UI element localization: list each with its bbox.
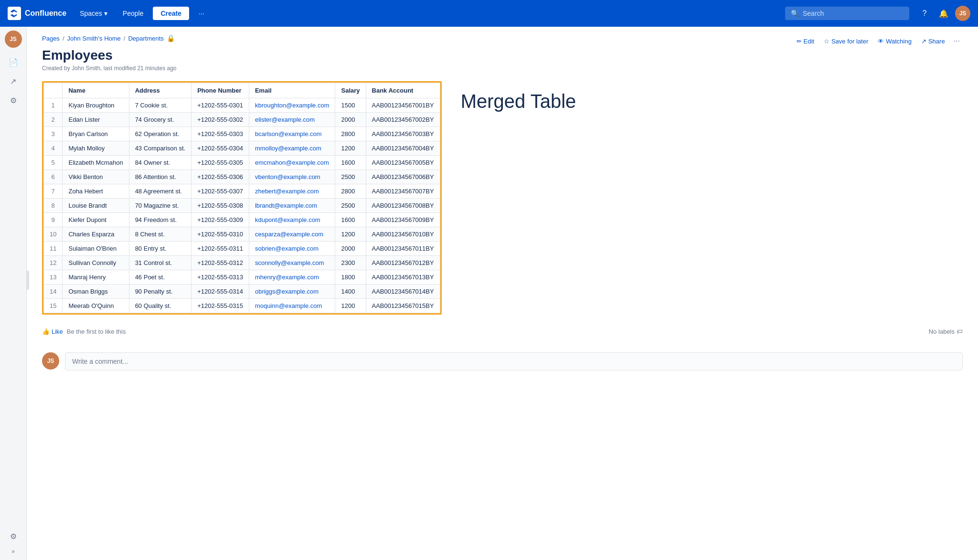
cell-salary: 1600 xyxy=(335,156,366,170)
cell-phone: +1202-555-0312 xyxy=(191,256,249,270)
breadcrumb-dept[interactable]: Departments xyxy=(128,35,163,42)
cell-salary: 2500 xyxy=(335,170,366,184)
col-salary: Salary xyxy=(335,83,366,98)
cell-email[interactable]: obriggs@example.com xyxy=(249,285,335,299)
table-row: 2 Edan Lister 74 Grocery st. +1202-555-0… xyxy=(44,113,440,127)
cell-bank: AAB001234567007BY xyxy=(366,184,440,199)
cell-phone: +1202-555-0301 xyxy=(191,98,249,113)
cell-num: 5 xyxy=(44,156,63,170)
cell-salary: 2000 xyxy=(335,113,366,127)
watching-button[interactable]: 👁 Watching xyxy=(874,36,915,47)
table-row: 5 Elizabeth Mcmahon 84 Owner st. +1202-5… xyxy=(44,156,440,170)
apps-icon: ⚙ xyxy=(10,96,17,105)
col-bank: Bank Account xyxy=(366,83,440,98)
cell-address: 94 Freedom st. xyxy=(129,213,191,227)
cell-email[interactable]: kbroughton@example.com xyxy=(249,98,335,113)
cell-address: 8 Chest st. xyxy=(129,227,191,242)
cell-num: 11 xyxy=(44,242,63,256)
sidebar-settings-btn[interactable]: ⚙ xyxy=(5,528,22,545)
eye-icon: 👁 xyxy=(878,38,884,45)
save-label: Save for later xyxy=(831,38,868,45)
cell-num: 10 xyxy=(44,227,63,242)
star-icon: ☆ xyxy=(824,38,829,45)
cell-phone: +1202-555-0308 xyxy=(191,199,249,213)
people-nav-btn[interactable]: People xyxy=(117,7,149,20)
cell-email[interactable]: cesparza@example.com xyxy=(249,227,335,242)
cell-bank: AAB001234567009BY xyxy=(366,213,440,227)
cell-email[interactable]: moquinn@example.com xyxy=(249,299,335,313)
cell-email[interactable]: kdupont@example.com xyxy=(249,213,335,227)
more-nav-btn[interactable]: ··· xyxy=(193,7,210,20)
more-actions-button[interactable]: ··· xyxy=(951,35,963,47)
cell-phone: +1202-555-0315 xyxy=(191,299,249,313)
cell-num: 9 xyxy=(44,213,63,227)
sidebar-apps-btn[interactable]: ⚙ xyxy=(5,92,22,109)
share-button[interactable]: ↗ Share xyxy=(917,36,949,47)
breadcrumb-home[interactable]: John Smith's Home xyxy=(67,35,121,42)
cell-email[interactable]: emcmahon@example.com xyxy=(249,156,335,170)
cell-num: 15 xyxy=(44,299,63,313)
cell-name: Mylah Molloy xyxy=(63,141,129,156)
like-button[interactable]: 👍 Like xyxy=(42,328,63,335)
merged-table-label: Merged Table xyxy=(461,81,576,112)
cell-name: Kiefer Dupont xyxy=(63,213,129,227)
pages-icon: 📄 xyxy=(9,58,18,67)
export-icon: ↗ xyxy=(10,77,16,86)
cell-email[interactable]: mhenry@example.com xyxy=(249,270,335,285)
create-button[interactable]: Create xyxy=(153,7,189,20)
page-title: Employees xyxy=(42,48,963,63)
table-row: 9 Kiefer Dupont 94 Freedom st. +1202-555… xyxy=(44,213,440,227)
help-icon-btn[interactable]: ? xyxy=(917,6,932,21)
edit-button[interactable]: ✏ Edit xyxy=(793,36,818,47)
cell-address: 70 Magazine st. xyxy=(129,199,191,213)
share-label: Share xyxy=(928,38,945,45)
cell-email[interactable]: elister@example.com xyxy=(249,113,335,127)
no-labels-text: No labels xyxy=(929,328,955,335)
cell-email[interactable]: vbenton@example.com xyxy=(249,170,335,184)
nav-icons: ? 🔔 JS xyxy=(917,6,970,21)
cell-phone: +1202-555-0309 xyxy=(191,213,249,227)
cell-name: Vikki Benton xyxy=(63,170,129,184)
breadcrumb-sep1: / xyxy=(63,35,64,42)
cell-address: 60 Quality st. xyxy=(129,299,191,313)
watching-label: Watching xyxy=(886,38,912,45)
confluence-logo-icon xyxy=(8,7,21,20)
save-for-later-button[interactable]: ☆ Save for later xyxy=(820,36,872,47)
cell-email[interactable]: mmolloy@example.com xyxy=(249,141,335,156)
cell-name: Louise Brandt xyxy=(63,199,129,213)
cell-name: Osman Briggs xyxy=(63,285,129,299)
search-input[interactable] xyxy=(803,10,904,17)
cell-name: Edan Lister xyxy=(63,113,129,127)
logo[interactable]: Confluence xyxy=(8,7,66,20)
like-text: Like xyxy=(52,328,63,335)
sidebar-pages-btn[interactable]: 📄 xyxy=(5,53,22,71)
share-icon: ↗ xyxy=(921,38,926,45)
cell-bank: AAB001234567011BY xyxy=(366,242,440,256)
search-icon: 🔍 xyxy=(791,10,799,17)
sidebar-avatar[interactable]: JS xyxy=(5,31,22,48)
cell-phone: +1202-555-0303 xyxy=(191,127,249,141)
cell-phone: +1202-555-0310 xyxy=(191,227,249,242)
cell-email[interactable]: lbrandt@example.com xyxy=(249,199,335,213)
page-meta: Created by John Smith, last modified 21 … xyxy=(42,65,963,72)
cell-email[interactable]: bcarlson@example.com xyxy=(249,127,335,141)
cell-bank: AAB001234567006BY xyxy=(366,170,440,184)
cell-address: 84 Owner st. xyxy=(129,156,191,170)
cell-email[interactable]: sobrien@example.com xyxy=(249,242,335,256)
spaces-menu[interactable]: Spaces ▾ xyxy=(74,7,113,20)
cell-salary: 2300 xyxy=(335,256,366,270)
cell-salary: 1600 xyxy=(335,213,366,227)
comment-input[interactable]: Write a comment... xyxy=(65,352,963,370)
cell-address: 7 Cookie st. xyxy=(129,98,191,113)
more-label: ··· xyxy=(199,10,204,17)
cell-email[interactable]: zhebert@example.com xyxy=(249,184,335,199)
user-avatar[interactable]: JS xyxy=(955,6,970,21)
sidebar-export-btn[interactable]: ↗ xyxy=(5,73,22,90)
cell-email[interactable]: sconnolly@example.com xyxy=(249,256,335,270)
cell-num: 3 xyxy=(44,127,63,141)
breadcrumb-pages[interactable]: Pages xyxy=(42,35,60,42)
cell-bank: AAB001234567004BY xyxy=(366,141,440,156)
notifications-icon-btn[interactable]: 🔔 xyxy=(936,6,951,21)
sidebar-expand-btn[interactable]: » xyxy=(5,547,22,556)
cell-name: Charles Esparza xyxy=(63,227,129,242)
